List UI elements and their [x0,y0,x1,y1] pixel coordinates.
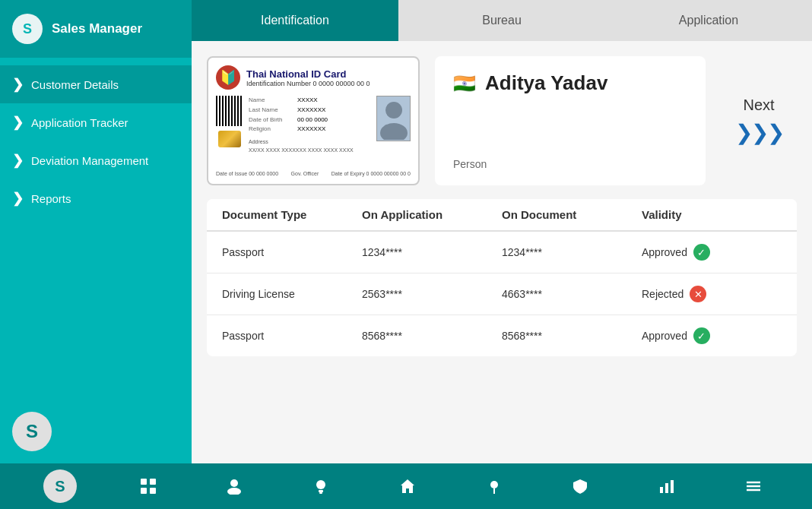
id-religion-value: XXXXXXX [297,125,325,134]
sidebar-bottom: S [0,400,192,463]
sidebar-item-deviation-management[interactable]: ❯ Deviation Management [0,141,192,179]
cell-validity: Approved ✓ [642,244,782,261]
id-name-value: XXXXX [297,96,318,106]
chevron-right-icon: ❯ [12,152,24,169]
tab-bureau-label: Bureau [482,14,522,27]
chevron-right-icon: ❯ [12,114,24,131]
sidebar-user-initial: S [23,21,32,37]
svg-point-1 [380,123,408,140]
validity-text: Rejected [642,288,684,300]
person-card-top: 🇮🇳 Aditya Yadav [453,71,687,95]
person-card: 🇮🇳 Aditya Yadav Person [435,56,706,185]
id-card-subtitle: Identification Number 0 0000 00000 00 0 [246,80,370,87]
sidebar-nav: ❯ Customer Details ❯ Application Tracker… [0,58,192,225]
col-header-validity: Validity [642,208,782,221]
col-header-on-document: On Document [502,208,642,221]
id-lastname-value: XXXXXXX [297,106,325,115]
id-field-lastname: Last Name XXXXXXX [249,106,370,115]
rejected-icon: ✕ [690,286,706,302]
validity-text: Approved [642,330,687,342]
tab-identification-label: Identification [261,14,329,27]
svg-rect-15 [671,480,674,493]
svg-rect-13 [660,487,663,493]
doc-table-header: Document Type On Application On Document… [207,199,797,232]
main-content: Identification Bureau Application 🔰 [192,0,812,463]
id-card-body: Name XXXXX Last Name XXXXXXX Date of Bir… [216,96,411,168]
sidebar-item-label: Reports [31,192,71,205]
cell-doc-type: Passport [222,246,362,258]
sidebar-user-title: Sales Manager [52,21,142,36]
flag-icon: 🇮🇳 [453,73,476,94]
id-dob-label: Date of Birth [249,115,294,125]
col-header-on-application: On Application [362,208,502,221]
validity-text: Approved [642,246,687,258]
bottom-nav: S [0,463,812,509]
id-name-label: Name [249,96,294,106]
svg-rect-4 [141,488,147,494]
person-label: Person [453,158,687,170]
id-chip [218,131,241,147]
home-icon[interactable] [392,471,423,501]
cell-doc-type: Passport [222,330,362,342]
sidebar-user-avatar: S [12,14,43,44]
cell-validity: Approved ✓ [642,327,782,344]
top-section: 🔰 Thai National ID Card Identification N… [207,56,797,185]
cell-on-application: 8568**** [362,330,502,342]
tab-identification[interactable]: Identification [192,0,398,41]
id-dob-value: 00 00 0000 [297,115,328,125]
svg-rect-3 [150,479,156,485]
tab-application[interactable]: Application [605,0,812,41]
svg-rect-10 [319,492,322,494]
cell-on-application: 1234**** [362,246,502,258]
bulb-icon[interactable] [306,471,336,501]
tab-bar: Identification Bureau Application [192,0,812,41]
id-card-title-block: Thai National ID Card Identification Num… [246,68,370,87]
tab-application-label: Application [679,14,738,27]
cell-on-document: 1234**** [502,246,642,258]
table-row: Driving License 2563**** 4663**** Reject… [207,273,797,315]
next-label: Next [743,96,774,114]
sidebar-bottom-avatar[interactable]: S [12,412,52,451]
next-section[interactable]: Next ❯❯❯ [721,56,797,185]
bottom-nav-avatar[interactable]: S [43,469,77,503]
id-barcode [216,96,243,126]
sidebar-bottom-initial: S [26,421,38,442]
sidebar-header: S Sales Manager [0,0,192,58]
person-icon[interactable] [219,471,249,501]
id-field-name: Name XXXXX [249,96,370,106]
grid-icon[interactable] [133,471,163,501]
sidebar-item-customer-details[interactable]: ❯ Customer Details [0,65,192,103]
id-card-header: 🔰 Thai National ID Card Identification N… [216,65,411,90]
chart-icon[interactable] [652,471,682,501]
menu-icon[interactable] [738,471,769,501]
table-row: Passport 1234**** 1234**** Approved ✓ [207,232,797,273]
pin-icon[interactable] [479,471,509,501]
doc-table: Document Type On Application On Document… [207,199,797,356]
cell-doc-type: Driving License [222,288,362,300]
approved-icon: ✓ [693,327,710,344]
table-row: Passport 8568**** 8568**** Approved ✓ [207,315,797,356]
chevron-right-icon: ❯ [12,190,24,207]
id-expiry: Date of Expiry 0 0000 00000 00 0 [331,171,411,176]
id-card: 🔰 Thai National ID Card Identification N… [207,56,420,185]
sidebar-item-application-tracker[interactable]: ❯ Application Tracker [0,103,192,141]
cell-on-document: 8568**** [502,330,642,342]
cell-on-application: 2563**** [362,288,502,300]
svg-point-6 [230,479,238,487]
sidebar-item-reports[interactable]: ❯ Reports [0,179,192,217]
sidebar-item-label: Customer Details [31,78,119,91]
id-address-value: XX/XX XXXX XXXXXXX XXXX XXXX XXXX [249,147,354,153]
id-field-religion: Religion XXXXXXX [249,125,370,134]
approved-icon: ✓ [693,244,710,261]
id-lastname-label: Last Name [249,106,294,115]
person-name: Aditya Yadav [485,71,607,95]
shield-icon[interactable] [565,471,595,501]
id-gov-label: Gov. Officer [291,171,319,176]
svg-marker-11 [401,479,414,493]
id-address-label: Address [249,139,268,144]
id-card-title: Thai National ID Card [246,68,370,80]
id-fields: Name XXXXX Last Name XXXXXXX Date of Bir… [249,96,370,168]
id-card-chip-section [216,96,243,168]
svg-rect-2 [141,479,147,485]
tab-bureau[interactable]: Bureau [398,0,605,41]
